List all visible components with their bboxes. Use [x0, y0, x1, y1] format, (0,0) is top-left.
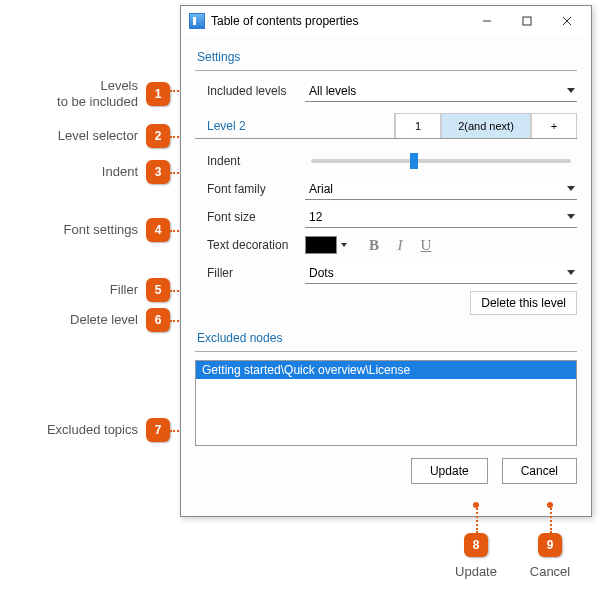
select-font-family[interactable]: Arial: [305, 178, 577, 200]
callout-bubble-4: 4: [146, 218, 170, 242]
row-filler: Filler Dots: [195, 261, 577, 285]
callout-bubble-7: 7: [146, 418, 170, 442]
callout-label: Level selector: [58, 128, 138, 144]
callout-label: Font settings: [64, 222, 138, 238]
row-indent: Indent: [195, 149, 577, 173]
callout-label: Delete level: [70, 312, 138, 328]
label-text-decoration: Text decoration: [195, 238, 305, 252]
app-icon: [189, 13, 205, 29]
italic-button[interactable]: I: [387, 234, 413, 256]
row-font-size: Font size 12: [195, 205, 577, 229]
excluded-nodes-list[interactable]: Getting started\Quick overview\License: [195, 360, 577, 446]
leader-line: [550, 505, 552, 533]
chevron-down-icon: [567, 214, 575, 219]
callout-bubble-8: 8: [464, 533, 488, 557]
leader-line: [476, 505, 478, 533]
select-value: Arial: [309, 182, 333, 196]
list-item[interactable]: Getting started\Quick overview\License: [196, 361, 576, 379]
annotation-layer: Levels to be included 1 Level selector 2…: [0, 0, 180, 596]
label-included-levels: Included levels: [195, 84, 305, 98]
callout-label: Cancel: [520, 564, 580, 579]
chevron-down-icon: [567, 88, 575, 93]
callout-label: Filler: [110, 282, 138, 298]
callout-bubble-6: 6: [146, 308, 170, 332]
dialog-toc-properties: Table of contents properties Settings In…: [180, 5, 592, 517]
callout-label: Excluded topics: [47, 422, 138, 438]
settings-heading: Settings: [195, 44, 577, 71]
underline-button[interactable]: U: [413, 234, 439, 256]
svg-rect-1: [523, 17, 531, 25]
titlebar[interactable]: Table of contents properties: [181, 6, 591, 36]
indent-slider[interactable]: [311, 159, 571, 163]
chevron-down-icon: [567, 186, 575, 191]
callout-label: Indent: [102, 164, 138, 180]
chevron-down-icon: [567, 270, 575, 275]
callout-label: Levels to be included: [57, 78, 138, 109]
callout-bubble-5: 5: [146, 278, 170, 302]
select-font-size[interactable]: 12: [305, 206, 577, 228]
dialog-buttons: Update Cancel: [195, 458, 577, 484]
select-filler[interactable]: Dots: [305, 262, 577, 284]
callout-bubble-2: 2: [146, 124, 170, 148]
color-picker[interactable]: [305, 236, 337, 254]
minimize-button[interactable]: [467, 7, 507, 35]
level-selector: Level 2 1 2(and next) +: [195, 113, 577, 139]
callout-bubble-9: 9: [538, 533, 562, 557]
dialog-content: Settings Included levels All levels Leve…: [181, 36, 591, 516]
callout-bubble-3: 3: [146, 160, 170, 184]
chevron-down-icon[interactable]: [341, 243, 347, 247]
leader-dot: [473, 502, 479, 508]
level-tab-2[interactable]: 2(and next): [441, 113, 531, 138]
callout-label: Update: [446, 564, 506, 579]
excluded-heading: Excluded nodes: [195, 325, 577, 352]
row-text-decoration: Text decoration B I U: [195, 233, 577, 257]
level-tab-add[interactable]: +: [531, 113, 577, 138]
select-value: 12: [309, 210, 322, 224]
label-font-size: Font size: [195, 210, 305, 224]
bold-button[interactable]: B: [361, 234, 387, 256]
maximize-button[interactable]: [507, 7, 547, 35]
label-filler: Filler: [195, 266, 305, 280]
label-indent: Indent: [195, 154, 305, 168]
window-title: Table of contents properties: [211, 14, 467, 28]
level-selector-label[interactable]: Level 2: [195, 113, 395, 138]
callout-bubble-1: 1: [146, 82, 170, 106]
cancel-button[interactable]: Cancel: [502, 458, 577, 484]
delete-level-button[interactable]: Delete this level: [470, 291, 577, 315]
select-included-levels[interactable]: All levels: [305, 80, 577, 102]
update-button[interactable]: Update: [411, 458, 488, 484]
leader-dot: [547, 502, 553, 508]
row-font-family: Font family Arial: [195, 177, 577, 201]
row-included-levels: Included levels All levels: [195, 79, 577, 103]
label-font-family: Font family: [195, 182, 305, 196]
close-button[interactable]: [547, 7, 587, 35]
select-value: All levels: [309, 84, 356, 98]
slider-thumb[interactable]: [410, 153, 418, 169]
level-tab-1[interactable]: 1: [395, 113, 441, 138]
select-value: Dots: [309, 266, 334, 280]
